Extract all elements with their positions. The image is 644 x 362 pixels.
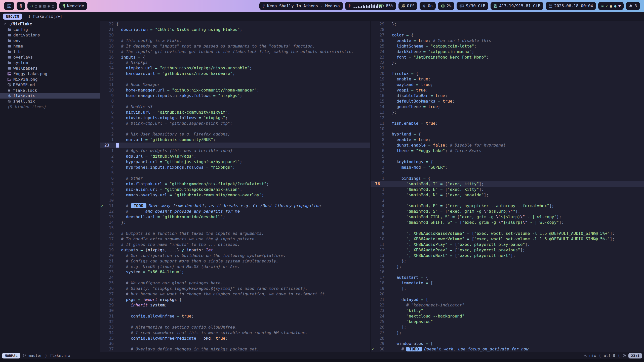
code-line-22[interactable]: 22 # "kdeconnect-indicator" — [371, 302, 644, 308]
code-line-15[interactable]: 15 — [100, 225, 370, 231]
code-line-24[interactable]: 24 "nextcloud --background" — [371, 313, 644, 319]
code-line-14[interactable]: 14 gnomeTheme = true; — [371, 104, 644, 110]
code-line-11[interactable]: ✓11 # TODO Move away from devshell, as i… — [100, 203, 370, 209]
code-line-10[interactable]: 10 home-manager.url = "github:nix-commun… — [100, 87, 370, 93]
code-line-4[interactable]: 4 # blink-cmp.url = "github:saghen/blink… — [100, 121, 370, 126]
code-line-19[interactable]: 19 enable = true; — [371, 76, 644, 82]
tray-icon-2[interactable]: ✓ — [606, 4, 608, 8]
tree-item-nixvim-png[interactable]: NixVim.png — [0, 76, 100, 82]
code-line-19[interactable]: 19 outputs = {nixpkgs, ...} @ inputs: le… — [100, 247, 370, 253]
code-line-7[interactable]: 7 "$mainMod SHIFT, S" = ["exec, grim -g … — [371, 220, 644, 225]
tray-icon-5[interactable]: ♥ — [618, 4, 621, 8]
code-line-13[interactable]: 13 }; — [371, 110, 644, 115]
code-line-25[interactable]: 25 "keepassxc" — [371, 319, 644, 325]
code-line-21[interactable]: 21 # Configs can support more than a sin… — [100, 258, 370, 264]
code-line-9[interactable]: 9 ", XF86AudioRaiseVolume" = ["exec, wpc… — [371, 231, 644, 236]
code-line-23[interactable]: 23 system = "x86_64-linux"; — [100, 269, 370, 275]
code-line-11[interactable]: 11 ", XF86AudioPlay" = ["exec, playerctl… — [371, 242, 644, 247]
app-launcher-button[interactable] — [4, 2, 14, 10]
workspace-icon-3[interactable]: ▣ — [39, 4, 41, 8]
code-line-24[interactable]: 24 darkScheme = "catppuccin-mocha"; — [371, 49, 644, 55]
code-line-1[interactable]: 1 # Ags for widgets (this was a terrible… — [100, 148, 370, 154]
code-line-10[interactable]: 10 — [371, 126, 644, 132]
code-line-23[interactable]: 23 — [100, 143, 370, 148]
code-line-15[interactable]: 15 }; — [371, 264, 644, 269]
tree-item-derivations[interactable]: derivations — [0, 32, 100, 38]
code-line-20[interactable]: 20 — [371, 291, 644, 297]
code-line-24[interactable]: 24 — [100, 275, 370, 280]
code-line-9[interactable]: 9 home-manager.inputs.nixpkgs.follows = … — [100, 93, 370, 99]
code-line-3[interactable]: 3 — [371, 198, 644, 203]
code-line-21[interactable]: 21 description = "ChUrl's NixOS config u… — [100, 27, 370, 32]
code-line-28[interactable]: 28 — [371, 336, 644, 341]
disk-module[interactable]: 413.19/915.81 GiB — [491, 2, 543, 10]
code-line-8[interactable]: 8 nix-alien.url = "github:thiagokokada/n… — [100, 187, 370, 192]
code-line-2[interactable]: 2 — [371, 170, 644, 176]
code-line-22[interactable]: 22 # e.g. NixOS (linux) and MacOS (darwi… — [100, 264, 370, 269]
code-line-2[interactable]: 2 ags.url = "github:Aylur/ags"; — [100, 154, 370, 159]
code-line-33[interactable]: 33 # Alternative to setting config.allow… — [100, 325, 370, 330]
code-line-25[interactable]: 25 lightScheme = "catppuccin-latte"; — [371, 43, 644, 49]
workspace-icon-2[interactable]: ▢ — [35, 4, 37, 8]
tree-item-nixflake[interactable]: ~/NixFlake — [0, 21, 100, 27]
tree-item-lib[interactable]: lib — [0, 49, 100, 55]
tree-item-env[interactable]: env — [0, 38, 100, 43]
code-line-14[interactable]: 14 }; — [100, 220, 370, 225]
code-line-21[interactable]: 21 delayed = [ — [371, 297, 644, 302]
code-line-17[interactable]: 17 # The inputs' git revisions get locke… — [100, 49, 370, 55]
tree-item-foggy-lake-png[interactable]: Foggy-Lake.png — [0, 71, 100, 76]
code-line-3[interactable]: 3 hyprpanel.url = "github:jas-singhfsu/h… — [100, 159, 370, 165]
code-line-31[interactable]: 31 config.allowUnfree = true; — [100, 313, 370, 319]
code-line-36[interactable]: 36 — [100, 341, 370, 346]
code-line-3[interactable]: 3 — [100, 126, 370, 132]
code-line-4[interactable]: 4 keybindings = { — [371, 159, 644, 165]
code-line-12[interactable]: 12 — [371, 115, 644, 121]
code-line-12[interactable]: 12 — [100, 76, 370, 82]
editor-pane-left[interactable]: 22{21 description = "ChUrl's NixOS confi… — [100, 21, 370, 352]
code-line-11[interactable]: 11 fish.enable = true; — [371, 121, 644, 126]
code-line-29[interactable]: 29 inherit system; — [100, 302, 370, 308]
workspace-icon-4[interactable]: ▤ — [43, 4, 46, 8]
code-line-13[interactable]: 13 devshell.url = "github:numtide/devshe… — [100, 214, 370, 220]
code-line-5[interactable]: 5 "$mainMod, S" = ["exec, grim -g \"$(sl… — [371, 209, 644, 214]
workspace-icon-5[interactable]: ◉ — [48, 4, 50, 8]
code-line-5[interactable]: 5 — [371, 154, 644, 159]
code-line-18[interactable]: 18 wayland = true; — [371, 82, 644, 87]
code-line-25[interactable]: 25 # We configure our global packages he… — [100, 280, 370, 286]
workspace-icon-1[interactable]: ↺ — [30, 4, 33, 8]
code-line-9[interactable]: 9 emacs-overlay.url = "github:nix-commun… — [100, 192, 370, 198]
code-line-18[interactable]: 18 # It gives the name "inputs" to the .… — [100, 242, 370, 247]
tree-item-shell-nix[interactable]: shell.nix — [0, 99, 100, 104]
cpu-module[interactable]: 2% — [438, 2, 454, 10]
code-line-26[interactable]: 26 # Usually, "nixpkgs.legacyPackages.${… — [100, 286, 370, 291]
code-line-27[interactable]: 27 # but because we want to change the n… — [100, 291, 370, 297]
code-line-26[interactable]: 26 ]; — [371, 325, 644, 330]
code-line-13[interactable]: 13 hardware.url = "github:nixos/nixos-ha… — [100, 71, 370, 76]
tree-item-system[interactable]: system — [0, 60, 100, 65]
code-line-2[interactable]: 2 "$mainMod, N" = ["exec, neovide"]; — [371, 192, 644, 198]
active-window-module[interactable]: N Neovide — [59, 2, 87, 10]
code-line-20[interactable]: 20 — [100, 32, 370, 38]
code-line-26[interactable]: 26 enable = true; # You can't disable th… — [371, 38, 644, 43]
code-line-30[interactable]: 30 — [100, 308, 370, 313]
code-line-20[interactable]: 20 firefox = { — [371, 71, 644, 76]
code-line-8[interactable]: 8 — [371, 225, 644, 231]
code-line-1[interactable]: 1 "$mainMod, E" = ["exec, kitty"]; — [371, 187, 644, 192]
code-line-1[interactable]: 1 bindings = { — [371, 176, 644, 181]
tree-item-flake-lock[interactable]: flake.lock — [0, 87, 100, 93]
clock-module[interactable]: 2025-06-18 00:04 — [546, 2, 596, 10]
code-line-14[interactable]: 14 nixpkgs.url = "github:nixos/nixpkgs/n… — [100, 65, 370, 71]
tree-item-readme-md[interactable]: README.md — [0, 82, 100, 87]
code-line-4[interactable]: 4 "$mainMod, P" = ["exec, hyprpicker --a… — [371, 203, 644, 209]
code-line-18[interactable]: 18 immediate = [ — [371, 280, 644, 286]
code-line-34[interactable]: 34 # I read somewhere that this is more … — [100, 330, 370, 336]
code-line-37[interactable]: 37 # Overlays define changes in the nixp… — [100, 346, 370, 352]
tray-icon-1[interactable]: ✉ — [601, 4, 603, 8]
code-line-13[interactable]: 13 ", XF86AudioNext" = ["exec, playerctl… — [371, 253, 644, 258]
code-line-23[interactable]: 23 "kitty" — [371, 308, 644, 313]
code-line-19[interactable]: 19 # This config is a Flake. — [100, 38, 370, 43]
notifications-toggle-module[interactable]: Off — [398, 2, 417, 10]
code-line-6[interactable]: 6 # Other — [100, 176, 370, 181]
tree-item-config[interactable]: config — [0, 27, 100, 32]
tree-item-home[interactable]: home — [0, 43, 100, 49]
